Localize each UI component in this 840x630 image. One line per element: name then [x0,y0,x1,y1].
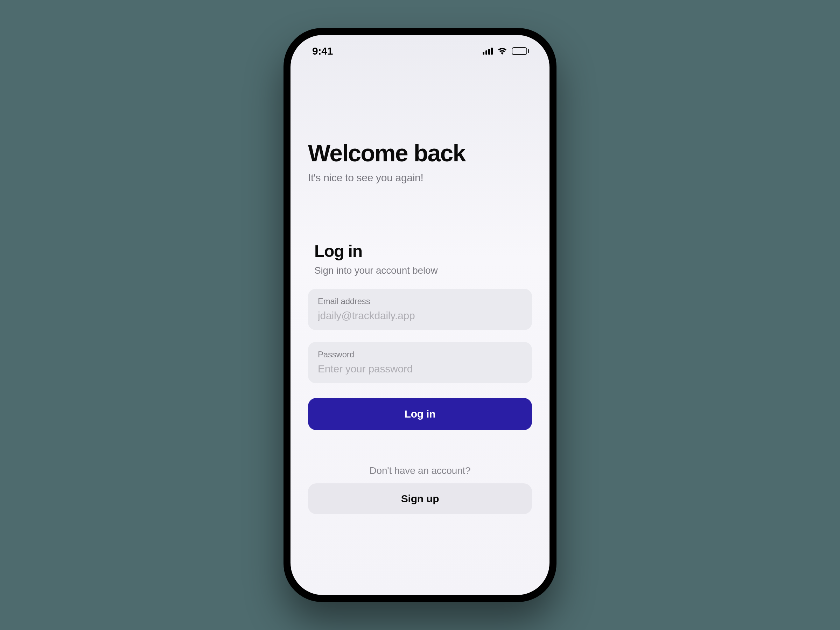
welcome-subtitle: It's nice to see you again! [308,172,532,184]
signup-prompt: Don't have an account? [308,465,532,476]
signup-block: Don't have an account? Sign up [308,465,532,514]
wifi-icon [497,47,507,55]
cellular-signal-icon [483,47,493,55]
signup-button[interactable]: Sign up [308,483,532,514]
password-label: Password [318,350,522,360]
login-form: Log in Sign into your account below Emai… [308,242,532,514]
form-subtitle: Sign into your account below [308,265,532,276]
status-bar: 9:41 [291,35,549,67]
screen: 9:41 [291,35,549,595]
email-input[interactable] [318,310,522,322]
welcome-header: Welcome back It's nice to see you again! [308,141,532,184]
form-title: Log in [308,242,532,261]
device-bezel: 9:41 [284,28,556,602]
password-input[interactable] [318,363,522,375]
email-field-container[interactable]: Email address [308,289,532,330]
status-time: 9:41 [312,45,333,57]
welcome-title: Welcome back [308,141,532,166]
status-indicators [483,47,529,55]
login-button[interactable]: Log in [308,398,532,430]
password-field-container[interactable]: Password [308,342,532,383]
content: Welcome back It's nice to see you again!… [291,67,549,595]
email-label: Email address [318,297,522,306]
battery-icon [512,47,529,55]
device-frame: 9:41 [284,28,556,602]
